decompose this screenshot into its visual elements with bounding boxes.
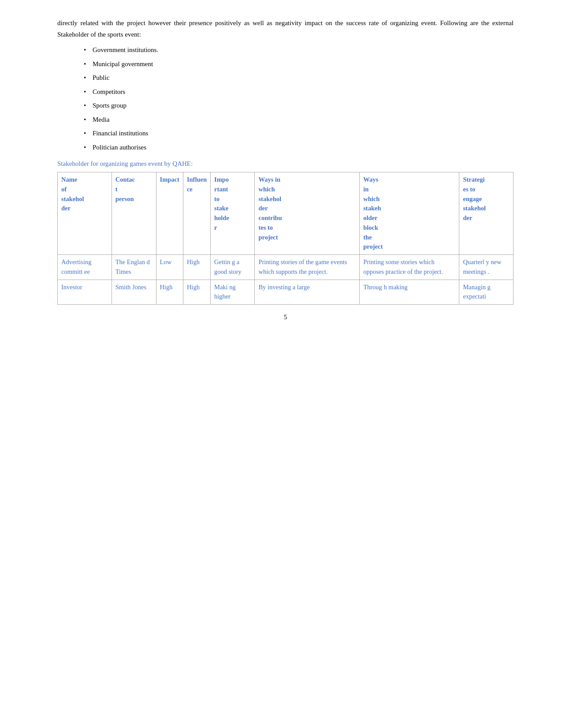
table-cell: Quarterl y new meetings . <box>459 255 514 280</box>
table-cell: High <box>183 280 210 305</box>
table-cell: By investing a large <box>255 280 360 305</box>
bullet-item: Media <box>84 114 514 126</box>
table-cell: Smith Jones <box>112 280 156 305</box>
stakeholder-table: Nameofstakeholder Contactperson Impact I… <box>57 172 514 305</box>
header-contact: Contactperson <box>112 172 156 255</box>
table-cell: Throug h making <box>360 280 459 305</box>
header-ways-contributes: Ways inwhichstakeholdercontributes topro… <box>255 172 360 255</box>
header-row: Nameofstakeholder Contactperson Impact I… <box>58 172 514 255</box>
bullet-item: Competitors <box>84 86 514 98</box>
table-cell: Managin g expectati <box>459 280 514 305</box>
bullet-item: Politician authorises <box>84 142 514 153</box>
table-cell: High <box>156 280 183 305</box>
header-influence: Influence <box>183 172 210 255</box>
section-heading: Stakeholder for organizing games event b… <box>57 160 514 168</box>
header-name: Nameofstakeholder <box>58 172 112 255</box>
table-cell: Maki ng higher <box>211 280 255 305</box>
header-ways-block: Waysinwhichstakeholderblocktheproject <box>360 172 459 255</box>
bullet-list: Government institutions.Municipal govern… <box>57 45 514 153</box>
table-body: Advertising committ eeThe Englan d Times… <box>58 255 514 305</box>
intro-paragraph: directly related with the project howeve… <box>57 18 514 40</box>
bullet-item: Financial institutions <box>84 128 514 139</box>
table-cell: The Englan d Times <box>112 255 156 280</box>
table-cell: Advertising committ ee <box>58 255 112 280</box>
header-strategies: Strategies toengagestakeholder <box>459 172 514 255</box>
bullet-item: Public <box>84 72 514 84</box>
bullet-item: Government institutions. <box>84 45 514 56</box>
table-cell: Low <box>156 255 183 280</box>
table-cell: Printing some stories which opposes prac… <box>360 255 459 280</box>
table-cell: High <box>183 255 210 280</box>
bullet-item: Sports group <box>84 100 514 112</box>
page: directly related with the project howeve… <box>0 0 562 728</box>
table-row: InvestorSmith JonesHighHighMaki ng highe… <box>58 280 514 305</box>
table-cell: Gettin g a good story <box>211 255 255 280</box>
table-cell: Printing stories of the game events whic… <box>255 255 360 280</box>
page-number: 5 <box>57 314 514 321</box>
header-impact: Impact <box>156 172 183 255</box>
table-row: Advertising committ eeThe Englan d Times… <box>58 255 514 280</box>
bullet-item: Municipal government <box>84 59 514 70</box>
header-importance: Importanttostakeholder <box>211 172 255 255</box>
table-header: Nameofstakeholder Contactperson Impact I… <box>58 172 514 255</box>
table-cell: Investor <box>58 280 112 305</box>
